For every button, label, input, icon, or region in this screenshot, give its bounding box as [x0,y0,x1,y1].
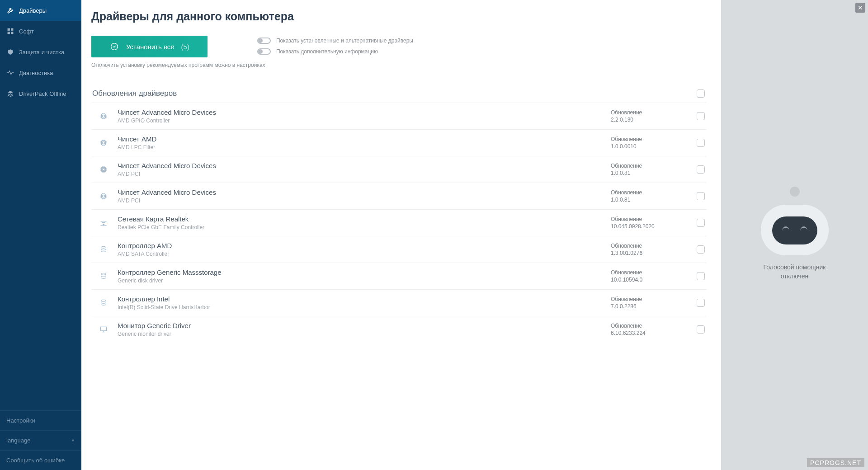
select-all-checkbox[interactable] [697,89,705,98]
network-icon [99,218,108,228]
update-label: Обновление [611,243,688,249]
sidebar: Драйверы Софт Защита и чистка Диагностик… [0,0,81,470]
driver-row[interactable]: Контроллер AMDAMD SATA ControllerОбновле… [91,236,707,263]
install-count: (5) [181,43,189,51]
update-label: Обновление [611,216,688,222]
driver-subname: Realtek PCIe GbE Family Controller [118,224,602,230]
sidebar-item-protection[interactable]: Защита и чистка [0,42,81,62]
footer-settings-label: Настройки [6,417,35,424]
watermark: PCPROGS.NET [807,458,864,467]
svg-point-64 [101,246,106,248]
toggle-group: Показать установленные и альтернативные … [257,36,413,55]
update-label: Обновление [611,136,688,142]
assistant-line1: Голосовой помощник [764,263,826,272]
driver-info: Чипсет Advanced Micro DevicesAMD PCI [118,162,602,177]
sidebar-item-drivers[interactable]: Драйверы [0,0,81,21]
update-version: 6.10.6233.224 [611,330,688,336]
grid-icon [6,27,14,35]
svg-rect-35 [103,169,105,171]
driver-update: Обновление7.0.0.2286 [611,296,688,310]
driver-name: Чипсет Advanced Micro Devices [118,108,602,116]
driver-row[interactable]: Чипсет AMDAMD LPC FilterОбновление1.0.0.… [91,129,707,156]
driver-checkbox[interactable] [697,112,705,120]
sidebar-item-label: Драйверы [19,7,47,14]
driver-update: Обновление2.2.0.130 [611,109,688,123]
chipset-icon [99,191,108,201]
footer-report[interactable]: Сообщить об ошибке [0,450,81,470]
driver-row[interactable]: Монитор Generic DriverGeneric monitor dr… [91,316,707,343]
svg-rect-3 [11,32,13,34]
main-content: Драйверы для данного компьютера Установи… [81,0,721,470]
install-block: Установить всё (5) [91,36,208,57]
footer-report-label: Сообщить об ошибке [6,457,65,464]
sidebar-item-diagnostics[interactable]: Диагностика [0,62,81,83]
driver-checkbox[interactable] [697,165,705,174]
assistant-status: Голосовой помощник отключен [764,263,826,281]
driver-row[interactable]: Сетевая Карта RealtekRealtek PCIe GbE Fa… [91,209,707,236]
page-title: Драйверы для данного компьютера [91,10,707,23]
update-version: 1.0.0.81 [611,197,688,203]
monitor-icon [99,324,108,334]
robot-avatar [761,189,829,255]
driver-info: Контроллер Generic MassstorageGeneric di… [118,268,602,284]
driver-info: Контроллер AMDAMD SATA Controller [118,242,602,257]
driver-name: Чипсет Advanced Micro Devices [118,188,602,196]
assistant-line2: отключен [764,272,826,281]
driver-subname: AMD PCI [118,171,602,177]
driver-update: Обновление6.10.6233.224 [611,323,688,336]
section-header: Обновления драйверов [91,89,707,103]
driver-subname: AMD LPC Filter [118,144,602,150]
toggle-switch-icon [257,38,271,44]
svg-point-66 [101,300,106,301]
driver-checkbox[interactable] [697,299,705,307]
chipset-icon [99,164,108,174]
activity-icon [6,69,14,77]
toggle-label: Показать дополнительную информацию [276,48,378,55]
sub-note: Отключить установку рекомендуемых програ… [91,62,707,68]
driver-checkbox[interactable] [697,139,705,147]
update-label: Обновление [611,323,688,329]
close-icon: ✕ [858,4,863,11]
update-version: 2.2.0.130 [611,117,688,123]
driver-checkbox[interactable] [697,192,705,200]
driver-row[interactable]: Чипсет Advanced Micro DevicesAMD PCIОбно… [91,183,707,209]
driver-checkbox[interactable] [697,325,705,334]
driver-checkbox[interactable] [697,219,705,227]
sidebar-item-offline[interactable]: DriverPack Offline [0,83,81,104]
sidebar-footer: Настройки language ▼ Сообщить об ошибке [0,410,81,470]
chipset-icon [99,138,108,148]
close-panel-button[interactable]: ✕ [855,3,865,13]
toggle-show-details[interactable]: Показать дополнительную информацию [257,48,413,55]
sidebar-item-label: Диагностика [19,70,53,76]
footer-language-label: language [6,437,31,444]
svg-rect-6 [102,114,106,118]
svg-rect-48 [102,194,106,198]
update-version: 10.0.10594.0 [611,277,688,283]
sparkle-icon [109,42,119,52]
update-label: Обновление [611,296,688,302]
svg-point-62 [103,224,104,225]
layers-icon [6,89,14,98]
footer-language[interactable]: language ▼ [0,430,81,450]
driver-info: Чипсет AMDAMD LPC Filter [118,135,602,150]
driver-update: Обновление1.0.0.81 [611,189,688,203]
driver-checkbox[interactable] [697,245,705,254]
update-label: Обновление [611,269,688,276]
sidebar-item-label: Защита и чистка [19,49,64,56]
sidebar-item-label: DriverPack Offline [19,90,66,97]
driver-row[interactable]: Контроллер Generic MassstorageGeneric di… [91,263,707,289]
driver-row[interactable]: Чипсет Advanced Micro DevicesAMD GPIO Co… [91,103,707,129]
toggle-show-installed[interactable]: Показать установленные и альтернативные … [257,38,413,44]
sidebar-item-software[interactable]: Софт [0,21,81,42]
driver-row[interactable]: Чипсет Advanced Micro DevicesAMD PCIОбно… [91,156,707,183]
footer-settings[interactable]: Настройки [0,411,81,430]
sidebar-nav: Драйверы Софт Защита и чистка Диагностик… [0,0,81,410]
driver-name: Монитор Generic Driver [118,322,602,329]
driver-update: Обновление1.3.001.0276 [611,243,688,256]
driver-row[interactable]: Контроллер IntelIntel(R) Solid-State Dri… [91,289,707,316]
svg-point-65 [101,273,106,275]
install-all-button[interactable]: Установить всё (5) [91,36,208,57]
driver-info: Монитор Generic DriverGeneric monitor dr… [118,322,602,337]
driver-name: Чипсет Advanced Micro Devices [118,162,602,169]
driver-checkbox[interactable] [697,272,705,280]
